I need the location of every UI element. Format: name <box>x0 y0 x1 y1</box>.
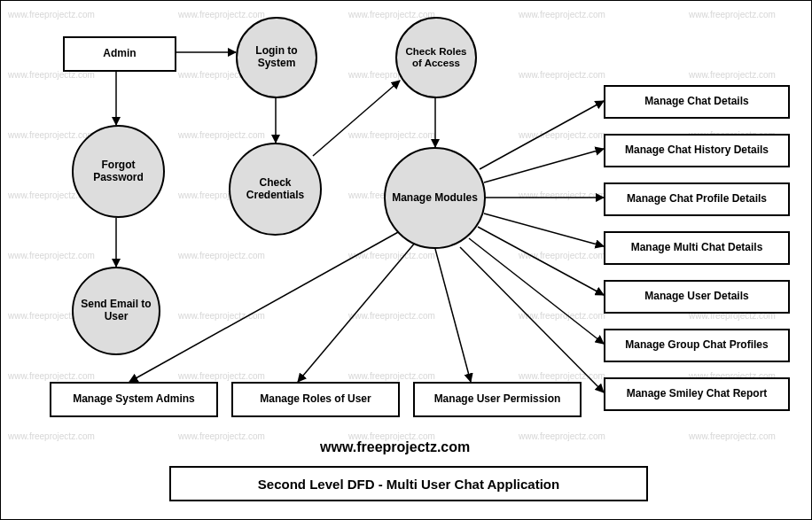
watermark: www.freeprojectz.com <box>178 130 265 140</box>
svg-line-14 <box>298 242 416 382</box>
module-chat-history: Manage Chat History Details <box>604 134 790 167</box>
watermark: www.freeprojectz.com <box>348 311 435 321</box>
watermark: www.freeprojectz.com <box>689 431 776 441</box>
process-login: Login to System <box>236 17 317 98</box>
watermark: www.freeprojectz.com <box>8 251 95 260</box>
svg-line-3 <box>313 81 400 156</box>
watermark: www.freeprojectz.com <box>348 130 435 140</box>
module-roles-of-user: Manage Roles of User <box>231 382 400 417</box>
svg-line-13 <box>129 231 400 382</box>
watermark: www.freeprojectz.com <box>519 70 605 80</box>
watermark: www.freeprojectz.com <box>178 431 265 441</box>
process-check-roles: Check Roles of Access <box>395 17 477 98</box>
watermark: www.freeprojectz.com <box>178 371 265 381</box>
watermark: www.freeprojectz.com <box>348 251 435 260</box>
watermark: www.freeprojectz.com <box>519 190 605 200</box>
svg-line-9 <box>484 213 604 246</box>
svg-line-12 <box>460 247 604 392</box>
watermark: www.freeprojectz.com <box>689 10 776 19</box>
watermark: www.freeprojectz.com <box>519 10 605 19</box>
process-check-credentials: Check Credentials <box>229 143 322 236</box>
svg-line-7 <box>484 149 604 182</box>
watermark: www.freeprojectz.com <box>8 431 95 441</box>
watermark: www.freeprojectz.com <box>348 371 435 381</box>
svg-line-11 <box>469 238 604 344</box>
watermark: www.freeprojectz.com <box>8 371 95 381</box>
watermark: www.freeprojectz.com <box>178 251 265 260</box>
watermark: www.freeprojectz.com <box>519 371 605 381</box>
process-manage-modules: Manage Modules <box>384 147 486 249</box>
module-chat-profile: Manage Chat Profile Details <box>604 182 790 216</box>
module-group-chat: Manage Group Chat Profiles <box>604 329 790 362</box>
watermark: www.freeprojectz.com <box>519 431 605 441</box>
svg-line-10 <box>478 227 604 295</box>
module-system-admins: Manage System Admins <box>50 382 218 417</box>
module-user-details: Manage User Details <box>604 280 790 314</box>
module-user-permission: Manage User Permission <box>413 382 582 417</box>
watermark: www.freeprojectz.com <box>519 311 605 321</box>
module-chat-details: Manage Chat Details <box>604 85 790 119</box>
dfd-canvas: www.freeprojectz.com www.freeprojectz.co… <box>0 0 812 520</box>
watermark: www.freeprojectz.com <box>178 10 265 19</box>
process-forgot-password: Forgot Password <box>72 125 165 218</box>
process-send-email: Send Email to User <box>72 267 160 355</box>
site-label: www.freeprojectz.com <box>320 439 470 455</box>
watermark: www.freeprojectz.com <box>519 130 605 140</box>
svg-line-15 <box>435 249 471 382</box>
module-smiley-report: Manage Smiley Chat Report <box>604 377 790 411</box>
module-multi-chat: Manage Multi Chat Details <box>604 231 790 265</box>
diagram-title: Second Level DFD - Multi User Chat Appli… <box>169 466 648 501</box>
watermark: www.freeprojectz.com <box>689 70 776 80</box>
watermark: www.freeprojectz.com <box>348 10 435 19</box>
watermark: www.freeprojectz.com <box>178 311 265 321</box>
svg-line-6 <box>480 101 604 169</box>
watermark: www.freeprojectz.com <box>519 251 605 260</box>
entity-admin: Admin <box>63 36 176 72</box>
watermark: www.freeprojectz.com <box>8 10 95 19</box>
watermark: www.freeprojectz.com <box>8 130 95 140</box>
